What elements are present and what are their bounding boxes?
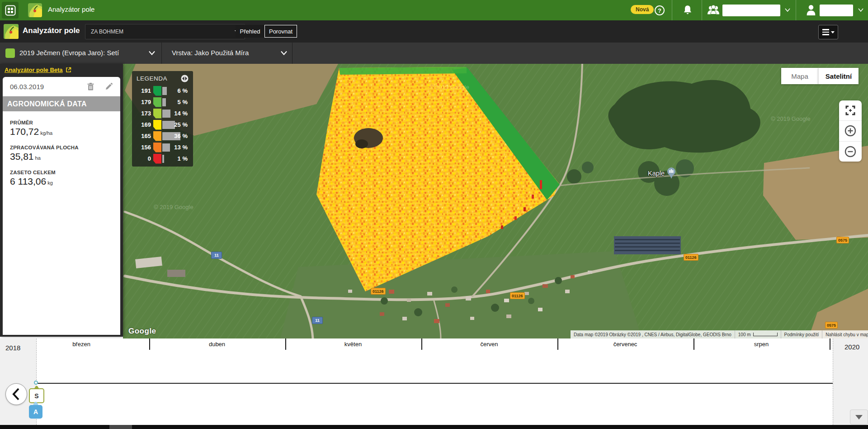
timeline-axis-line	[36, 383, 833, 384]
nova-badge: Nová	[631, 5, 654, 14]
analyzator-pole-app: Analyzátor pole Nová ?	[0, 0, 868, 429]
stat-value: 170,72	[10, 126, 39, 137]
field-green-top-band	[339, 67, 467, 75]
road-shield: 0575	[836, 237, 849, 243]
horizontal-scrollbar	[0, 425, 868, 429]
month-label: březen	[72, 341, 90, 348]
map-type-button-map[interactable]: Mapa	[781, 68, 818, 84]
analyzer-sidebar: Analyzátor pole Beta 06.03.2019	[0, 64, 123, 337]
layer-chevron-down-icon[interactable]	[280, 51, 288, 55]
road-shield: 01126	[371, 288, 386, 295]
help-icon[interactable]: ?	[654, 5, 665, 16]
app-logo-icon	[28, 3, 42, 17]
legend-percent: 36 %	[174, 133, 188, 139]
month-tick	[285, 338, 286, 350]
apps-grid-button[interactable]	[2, 2, 19, 19]
scrollbar-thumb[interactable]	[109, 425, 132, 429]
legend-title: LEGENDA	[137, 75, 167, 82]
stat-label: ZPRACOVÁVANÁ PLOCHA	[10, 145, 113, 150]
timeline-marker-application[interactable]: A	[29, 405, 42, 419]
place-label: Kaple	[648, 170, 665, 177]
marker-letter: A	[33, 408, 38, 415]
toolbar-menu-button[interactable]	[818, 25, 838, 39]
chevron-left-icon	[11, 387, 22, 401]
farm-name-redacted[interactable]	[722, 5, 780, 16]
google-logo: Google	[128, 327, 156, 336]
app-title: Analyzátor pole	[48, 5, 94, 13]
legend-swatch	[153, 120, 161, 130]
map-scale: 100 m	[735, 330, 781, 338]
compare-tab-button[interactable]: Porovnat	[264, 25, 297, 38]
legend-row: 191 6 %	[137, 85, 189, 96]
place-marker-kaple[interactable]: Kaple	[648, 167, 676, 180]
terms-link[interactable]: Podmínky použití	[781, 330, 822, 338]
topbar-separator	[796, 0, 796, 20]
map-copyright-watermark: © 2019 Google	[771, 115, 811, 122]
edit-pencil-icon[interactable]	[104, 82, 113, 91]
zoom-in-icon	[844, 125, 856, 137]
satellite-map[interactable]	[123, 64, 868, 338]
top-app-bar: Analyzátor pole Nová ?	[0, 0, 868, 20]
month-tick	[693, 338, 694, 350]
legend-bar	[162, 87, 167, 95]
legend-bar	[162, 143, 170, 152]
fullscreen-button[interactable]	[839, 100, 862, 120]
road-shield: 01126	[684, 254, 698, 261]
timeline-marker-seeding[interactable]: S	[29, 388, 44, 403]
marker-letter: S	[34, 392, 38, 400]
scale-label: 100 m	[738, 332, 751, 337]
legend-swatch	[153, 131, 161, 141]
external-link-icon	[66, 67, 71, 73]
stat-item: PRŮMĚR 170,72kg/ha	[10, 120, 113, 137]
legend-percent: 6 %	[178, 87, 188, 94]
field-chevron-down-icon[interactable]	[148, 51, 156, 55]
report-error-link[interactable]: Nahlásit chybu v mapě	[822, 330, 868, 338]
user-chevron-down-icon[interactable]	[858, 8, 863, 12]
legend-row: 179 5 %	[137, 96, 189, 108]
timeline-collapse-button[interactable]	[850, 410, 868, 424]
attribution-data: Data map ©2019 Obrázky ©2019 , CNES / Ai…	[571, 330, 735, 338]
beta-link[interactable]: Analyzátor pole Beta	[5, 67, 63, 73]
stat-label: ZASETO CELKEM	[10, 170, 113, 175]
stat-unit: ha	[35, 155, 41, 161]
solar-farm	[614, 236, 681, 254]
legend-percent: 5 %	[178, 99, 188, 105]
notifications-bell-icon[interactable]	[682, 5, 693, 16]
menu-caret-icon	[831, 31, 835, 33]
zoom-in-button[interactable]	[839, 120, 862, 141]
legend-percent: 14 %	[174, 110, 188, 117]
legend-panel: LEGENDA 191 6 % 179 5 % 173	[132, 71, 193, 167]
crop-color-swatch	[5, 48, 15, 58]
farm-group-icon	[707, 4, 720, 16]
month-label: červen	[480, 341, 498, 348]
legend-value: 156	[137, 144, 151, 151]
month-tick	[830, 338, 830, 350]
fieldbar-separator	[292, 43, 292, 64]
stat-unit: kg/ha	[40, 130, 52, 136]
field-group-dropdown[interactable]: ZA BOHMEM	[85, 24, 245, 39]
apps-grid-icon	[5, 5, 16, 16]
legend-value: 191	[137, 87, 151, 94]
map-type-button-satellite[interactable]: Satelitní	[818, 68, 859, 84]
month-tick	[421, 338, 422, 350]
timeline-back-button[interactable]	[5, 383, 27, 405]
field-group-value: ZA BOHMEM	[91, 29, 123, 35]
overview-tab-button[interactable]: Přehled	[236, 25, 264, 38]
month-tick	[557, 338, 558, 350]
legend-collapse-icon[interactable]	[181, 75, 189, 82]
zoom-out-button[interactable]	[839, 141, 862, 162]
delete-trash-icon[interactable]	[87, 82, 94, 91]
chevron-down-filled-icon	[855, 415, 863, 419]
fullscreen-icon	[845, 105, 855, 115]
user-name-redacted[interactable]	[820, 5, 853, 16]
month-label: květen	[344, 341, 362, 348]
month-tick	[149, 338, 150, 350]
layer-dropdown[interactable]: Vrstva: Jako Použitá Míra	[172, 49, 249, 57]
legend-swatch	[153, 97, 161, 107]
field-season-dropdown[interactable]: 2019 Ječmen (Evropa Jaro): Setí	[19, 49, 119, 57]
date-row: 06.03.2019	[3, 77, 120, 96]
topbar-separator	[672, 0, 672, 20]
timeline-event-dot[interactable]	[34, 381, 38, 385]
legend-value: 169	[137, 121, 151, 128]
farm-chevron-down-icon[interactable]	[785, 8, 790, 12]
